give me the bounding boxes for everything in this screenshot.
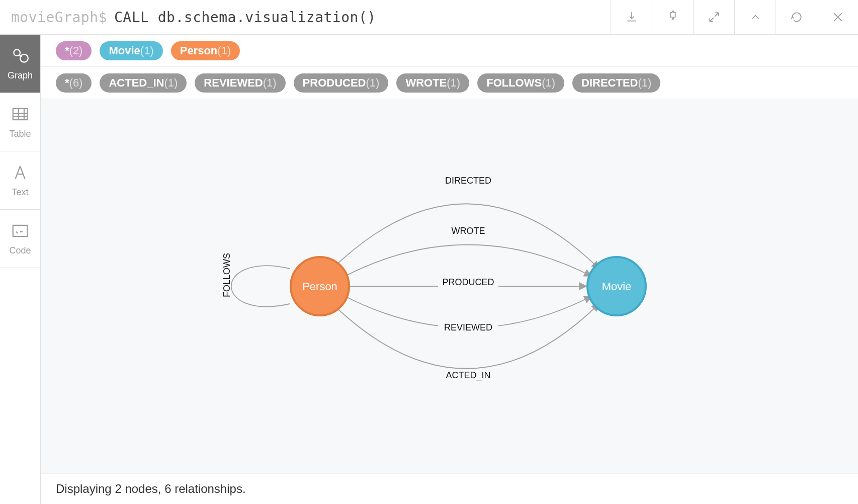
node-movie-label: Movie — [602, 280, 632, 293]
edge-directed-label: DIRECTED — [445, 176, 491, 186]
chip-all-rels[interactable]: *(6) — [56, 73, 92, 93]
close-icon — [831, 11, 844, 24]
svg-rect-2 — [13, 109, 28, 120]
edge-reviewed-label: REVIEWED — [444, 322, 492, 332]
node-person-label: Person — [302, 280, 337, 293]
table-tab[interactable]: Table — [0, 93, 40, 151]
pin-icon — [666, 11, 679, 24]
chip-all-labels[interactable]: *(2) — [56, 41, 92, 60]
chip-follows[interactable]: FOLLOWS(1) — [477, 73, 564, 93]
svg-rect-3 — [13, 225, 28, 236]
code-icon — [11, 221, 30, 240]
code-tab-label: Code — [9, 245, 31, 256]
prompt-database: movieGraph — [11, 9, 99, 26]
pin-button[interactable] — [652, 0, 693, 34]
graph-tab-label: Graph — [8, 70, 33, 81]
query-prompt: movieGraph$ CALL db.schema.visualization… — [0, 9, 611, 26]
edge-produced-label: PRODUCED — [442, 277, 494, 287]
rerun-icon — [790, 11, 803, 24]
graph-tab[interactable]: Graph — [0, 35, 40, 93]
status-footer: Displaying 2 nodes, 6 relationships. — [41, 473, 858, 504]
close-button[interactable] — [817, 0, 858, 34]
svg-point-0 — [14, 49, 20, 56]
edge-acted-in[interactable] — [335, 304, 599, 369]
chip-person[interactable]: Person(1) — [171, 41, 240, 60]
edge-wrote-label: WROTE — [452, 226, 485, 236]
chip-acted-in[interactable]: ACTED_IN(1) — [100, 73, 187, 93]
text-tab-label: Text — [12, 187, 28, 198]
expand-icon — [708, 11, 721, 24]
code-tab[interactable]: Code — [0, 210, 40, 268]
edge-wrote[interactable] — [345, 245, 591, 277]
rel-types-row: *(6) ACTED_IN(1) REVIEWED(1) PRODUCED(1)… — [41, 67, 858, 99]
rerun-button[interactable] — [776, 0, 817, 34]
top-actions — [611, 0, 858, 34]
expand-button[interactable] — [693, 0, 734, 34]
table-icon — [11, 105, 30, 124]
edge-follows-label: FOLLOWS — [222, 253, 232, 297]
download-icon — [625, 11, 638, 24]
chip-produced[interactable]: PRODUCED(1) — [294, 73, 389, 93]
graph-canvas[interactable]: FOLLOWS DIRECTED WROTE PRODUCED REVIEWED — [41, 99, 858, 473]
download-button[interactable] — [611, 0, 652, 34]
table-tab-label: Table — [9, 129, 31, 139]
prompt-dollar: $ — [99, 9, 107, 26]
edge-follows[interactable] — [231, 266, 290, 306]
chip-reviewed[interactable]: REVIEWED(1) — [195, 73, 285, 93]
status-text: Displaying 2 nodes, 6 relationships. — [56, 482, 246, 496]
chip-directed[interactable]: DIRECTED(1) — [572, 73, 660, 93]
node-labels-row: *(2) Movie(1) Person(1) — [41, 35, 858, 67]
collapse-icon — [749, 11, 762, 24]
text-icon — [11, 163, 30, 182]
edge-acted-in-label: ACTED_IN — [446, 370, 490, 381]
svg-point-1 — [20, 54, 28, 62]
view-sidebar: Graph Table Text Code — [0, 35, 41, 504]
prompt-query-text: CALL db.schema.visualization() — [114, 9, 376, 26]
query-header: movieGraph$ CALL db.schema.visualization… — [0, 0, 858, 35]
chip-wrote[interactable]: WROTE(1) — [396, 73, 469, 93]
chip-movie[interactable]: Movie(1) — [100, 41, 162, 60]
collapse-button[interactable] — [734, 0, 776, 34]
graph-icon — [11, 46, 30, 65]
text-tab[interactable]: Text — [0, 151, 40, 210]
